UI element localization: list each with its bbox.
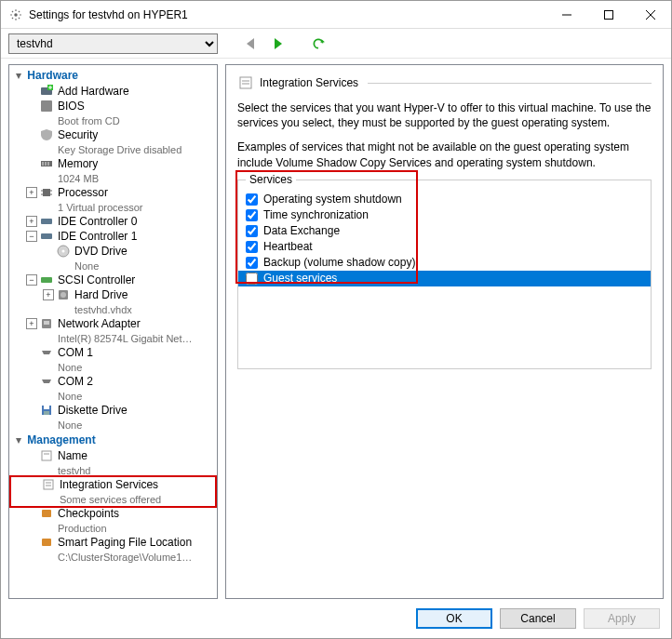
- tree-item-ide1[interactable]: −IDE Controller 1: [9, 229, 217, 244]
- service-checkbox[interactable]: [246, 225, 258, 237]
- com-icon: [39, 374, 54, 389]
- svg-rect-41: [240, 77, 251, 88]
- collapse-icon[interactable]: −: [26, 231, 37, 242]
- service-row[interactable]: Operating system shutdown: [246, 192, 643, 207]
- cancel-button[interactable]: Cancel: [500, 608, 576, 629]
- expand-icon[interactable]: +: [26, 318, 37, 329]
- tree-item-scsi[interactable]: −SCSI Controller: [9, 273, 217, 287]
- settings-tree[interactable]: ▾ Hardware Add Hardware BIOS Boot from C…: [8, 64, 218, 599]
- tree-item-sub: None: [9, 259, 217, 273]
- tree-item-smart-paging[interactable]: Smart Paging File Location: [9, 535, 217, 550]
- details-header: Integration Services: [237, 74, 652, 91]
- body: ▾ Hardware Add Hardware BIOS Boot from C…: [1, 59, 671, 599]
- svg-rect-15: [45, 162, 47, 166]
- details-pane: Integration Services Select the services…: [225, 64, 664, 599]
- harddrive-icon: [56, 287, 71, 302]
- tree-item-sub: None: [9, 360, 217, 374]
- service-label: Data Exchange: [263, 224, 340, 237]
- titlebar: Settings for testvhd on HYPER1: [1, 1, 671, 29]
- add-hardware-icon: [39, 84, 54, 99]
- svg-rect-12: [41, 100, 52, 112]
- controller-icon: [39, 214, 54, 229]
- services-group: Services Operating system shutdownTime s…: [237, 180, 652, 369]
- network-icon: [39, 316, 54, 331]
- floppy-icon: [39, 403, 54, 418]
- refresh-icon[interactable]: [310, 35, 327, 52]
- details-title: Integration Services: [260, 76, 358, 89]
- tree-item-sub: C:\ClusterStorage\Volume1\Co...: [9, 550, 217, 564]
- tree-item-sub: None: [9, 389, 217, 403]
- tree-item-harddrive[interactable]: +Hard Drive: [9, 287, 217, 302]
- tree-item-integration-services[interactable]: Integration Services: [11, 477, 215, 492]
- apply-button[interactable]: Apply: [584, 608, 660, 629]
- maximize-button[interactable]: [587, 1, 629, 28]
- divider: [368, 83, 652, 84]
- minimize-button[interactable]: [545, 1, 587, 28]
- svg-rect-14: [42, 162, 44, 166]
- svg-rect-39: [42, 510, 51, 517]
- svg-rect-36: [44, 480, 53, 489]
- service-row[interactable]: Data Exchange: [246, 223, 643, 239]
- collapse-icon[interactable]: ▾: [13, 69, 24, 82]
- section-management[interactable]: ▾ Management: [9, 432, 217, 448]
- com-icon: [39, 345, 54, 360]
- tree-item-sub: 1024 MB: [9, 171, 217, 185]
- service-row[interactable]: Time synchronization: [246, 207, 643, 223]
- tree-item-checkpoints[interactable]: Checkpoints: [9, 506, 217, 521]
- svg-rect-17: [43, 189, 50, 196]
- annotation-highlight: Integration Services Some services offer…: [9, 475, 217, 508]
- vm-selector[interactable]: testvhd: [8, 33, 218, 54]
- tree-item-bios[interactable]: BIOS: [9, 99, 217, 113]
- tree-item-floppy[interactable]: Diskette Drive: [9, 403, 217, 418]
- ok-button[interactable]: OK: [416, 608, 492, 629]
- collapse-icon[interactable]: −: [26, 274, 37, 286]
- service-checkbox[interactable]: [246, 257, 258, 269]
- svg-rect-30: [44, 321, 49, 325]
- paging-icon: [39, 535, 54, 550]
- service-checkbox[interactable]: [246, 209, 258, 221]
- collapse-icon[interactable]: ▾: [13, 433, 24, 446]
- tree-item-add-hardware[interactable]: Add Hardware: [9, 84, 217, 99]
- close-button[interactable]: [629, 1, 671, 28]
- svg-rect-33: [44, 411, 49, 415]
- dialog-footer: OK Cancel Apply: [1, 599, 671, 638]
- tree-item-sub: testvhd.vhdx: [9, 302, 217, 316]
- tree-item-security[interactable]: Security: [9, 127, 217, 142]
- integration-icon: [237, 74, 254, 91]
- tree-item-memory[interactable]: Memory: [9, 156, 217, 171]
- tree-item-sub: Some services offered: [11, 492, 215, 506]
- section-hardware[interactable]: ▾ Hardware: [9, 67, 217, 84]
- group-title: Services: [246, 173, 296, 186]
- tree-item-name[interactable]: Name: [9, 448, 217, 463]
- nav-forward-icon[interactable]: [271, 35, 288, 52]
- tree-item-dvd[interactable]: DVD Drive: [9, 244, 217, 259]
- bios-icon: [39, 99, 54, 113]
- settings-icon: [8, 7, 23, 22]
- tree-item-sub: Key Storage Drive disabled: [9, 142, 217, 156]
- svg-point-25: [62, 250, 65, 253]
- service-row[interactable]: Guest services: [238, 271, 651, 286]
- svg-marker-6: [275, 38, 282, 49]
- tree-item-ide0[interactable]: +IDE Controller 0: [9, 214, 217, 229]
- tree-item-com2[interactable]: COM 2: [9, 374, 217, 389]
- service-checkbox[interactable]: [246, 193, 258, 206]
- nav-back-icon[interactable]: [243, 35, 260, 52]
- expand-icon[interactable]: +: [26, 216, 37, 227]
- service-row[interactable]: Backup (volume shadow copy): [246, 255, 643, 271]
- service-checkbox[interactable]: [246, 273, 258, 285]
- svg-rect-26: [41, 277, 52, 283]
- tree-item-network[interactable]: +Network Adapter: [9, 316, 217, 331]
- window-title: Settings for testvhd on HYPER1: [29, 8, 545, 21]
- service-label: Backup (volume shadow copy): [263, 256, 415, 269]
- service-row[interactable]: Heartbeat: [246, 239, 643, 255]
- service-label: Heartbeat: [263, 240, 313, 253]
- service-checkbox[interactable]: [246, 241, 258, 253]
- expand-icon[interactable]: +: [26, 187, 37, 198]
- tree-item-processor[interactable]: +Processor: [9, 185, 217, 200]
- integration-icon: [41, 477, 56, 492]
- dvd-icon: [56, 244, 71, 259]
- expand-icon[interactable]: +: [43, 289, 54, 300]
- tree-item-com1[interactable]: COM 1: [9, 345, 217, 360]
- svg-rect-2: [604, 10, 612, 19]
- shield-icon: [39, 127, 54, 142]
